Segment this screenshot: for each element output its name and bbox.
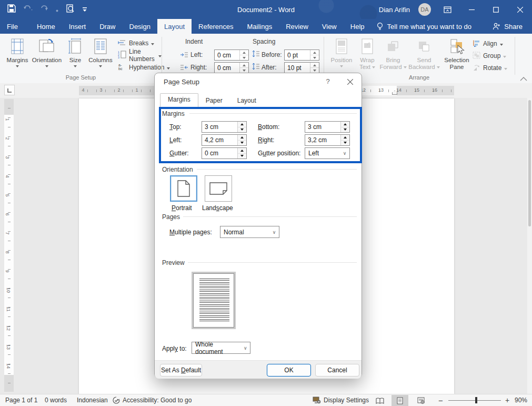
left-margin-label: Left: (169, 136, 182, 144)
align-icon (473, 39, 480, 48)
dialog-tab-margins[interactable]: Margins (160, 93, 198, 107)
tab-mailings[interactable]: Mailings (240, 19, 279, 34)
ribbon-display-options-icon[interactable] (439, 2, 455, 17)
zoom-in-button[interactable]: + (505, 394, 509, 406)
minimize-button[interactable] (464, 2, 479, 17)
wrap-text-button[interactable]: Wrap Text (356, 37, 378, 71)
cancel-button[interactable]: Cancel (315, 364, 359, 377)
page-setup-group: Margins Orientation Size Columns (0, 34, 162, 83)
gutter-position-dropdown[interactable]: Left ∨ (305, 147, 350, 159)
web-layout-button[interactable] (413, 395, 429, 406)
landscape-option[interactable] (205, 175, 232, 202)
ok-button[interactable]: OK (267, 364, 311, 377)
spinner[interactable] (237, 122, 246, 132)
spacing-before-input[interactable] (284, 49, 319, 61)
svg-text:3: 3 (118, 56, 119, 58)
spinner[interactable] (239, 50, 248, 60)
bring-forward-label-1: Bring (386, 57, 400, 64)
bring-forward-button[interactable]: Bring Forward (379, 37, 407, 71)
maximize-button[interactable] (488, 2, 504, 17)
spacing-after-input[interactable] (284, 62, 319, 73)
word-count[interactable]: 0 words (45, 394, 67, 406)
dialog-tab-layout[interactable]: Layout (230, 95, 264, 107)
redo-icon[interactable] (40, 5, 48, 14)
left-margin-input[interactable] (202, 134, 247, 146)
print-preview-icon[interactable] (66, 4, 75, 15)
dialog-help-button[interactable]: ? (323, 77, 333, 87)
portrait-option[interactable] (170, 175, 197, 202)
apply-to-label: Apply to: (162, 345, 187, 352)
breaks-button[interactable]: Breaks (118, 38, 154, 48)
send-backward-button[interactable]: Send Backward (408, 37, 440, 71)
tab-home[interactable]: Home (30, 19, 62, 34)
display-settings-icon (313, 397, 321, 404)
tab-references[interactable]: References (192, 19, 240, 34)
avatar[interactable]: DA (418, 3, 431, 16)
display-settings-button[interactable]: Display Settings (313, 394, 369, 406)
page-setup-group-label: Page Setup (0, 74, 162, 81)
spinner[interactable] (310, 50, 319, 60)
gutter-input[interactable] (202, 147, 247, 159)
size-button[interactable]: Size (65, 37, 85, 67)
vertical-scrollbar-thumb[interactable] (528, 100, 531, 226)
group-button[interactable]: Group (473, 51, 506, 61)
indent-left-input[interactable] (214, 49, 249, 61)
apply-to-dropdown[interactable]: Whole document ∨ (192, 342, 250, 354)
read-mode-button[interactable] (372, 395, 388, 406)
orientation-button[interactable]: Orientation (32, 37, 62, 67)
dialog-close-button[interactable] (343, 75, 357, 88)
spinner[interactable] (237, 135, 246, 145)
tab-draw[interactable]: Draw (93, 19, 122, 34)
language-indicator[interactable]: Indonesian (77, 394, 108, 406)
undo-icon[interactable] (23, 5, 33, 14)
indent-label: Indent (185, 38, 203, 45)
tab-design[interactable]: Design (123, 19, 157, 34)
spinner[interactable] (340, 135, 349, 145)
rotate-button[interactable]: Rotate (473, 63, 507, 73)
zoom-level[interactable]: 90% (515, 394, 527, 406)
collapse-ribbon-icon[interactable] (520, 74, 527, 83)
print-layout-button[interactable] (392, 395, 408, 406)
tab-layout[interactable]: Layout (157, 19, 192, 34)
top-margin-input[interactable] (202, 121, 247, 133)
tab-help[interactable]: Help (344, 19, 372, 34)
spinner[interactable] (340, 122, 349, 132)
margins-button[interactable]: Margins (5, 37, 29, 67)
align-button[interactable]: Align (473, 38, 503, 49)
user-name[interactable]: Dian Arifin (379, 6, 410, 14)
chevron-down-icon: ∨ (269, 230, 279, 235)
line-numbers-button[interactable]: 123 Line Numbers (118, 50, 162, 61)
page-count[interactable]: Page 1 of 1 (5, 394, 37, 406)
position-button[interactable]: Position (329, 37, 354, 67)
v-ruler[interactable]: 1234567891011121314 (4, 99, 14, 392)
accessibility-status[interactable]: Accessibility: Good to go (113, 394, 192, 406)
selection-pane-button[interactable]: Selection Pane (444, 37, 470, 71)
tab-review[interactable]: Review (279, 19, 315, 34)
dialog-tab-paper[interactable]: Paper (198, 95, 230, 107)
tab-file[interactable]: File (0, 19, 25, 34)
set-as-default-button[interactable]: Set As Default (160, 364, 202, 377)
tab-stop-selector[interactable] (4, 85, 15, 95)
rotate-icon (473, 64, 480, 73)
save-icon[interactable] (7, 4, 16, 15)
right-margin-input[interactable] (305, 134, 350, 146)
spinner[interactable] (237, 148, 246, 159)
h-ruler-right[interactable]: 1213141516 (362, 86, 454, 95)
bottom-margin-input[interactable] (305, 121, 350, 133)
zoom-out-button[interactable]: − (438, 394, 443, 406)
customize-qat-icon[interactable] (82, 5, 87, 14)
tell-me-box[interactable]: Tell me what you want to do (372, 19, 477, 34)
tab-insert[interactable]: Insert (62, 19, 93, 34)
multiple-pages-dropdown[interactable]: Normal ∨ (220, 226, 279, 238)
preview-page (193, 273, 234, 328)
zoom-slider-thumb[interactable] (475, 397, 477, 403)
spinner[interactable] (239, 63, 248, 73)
h-ruler-left[interactable]: 4321 (79, 86, 154, 95)
close-button[interactable] (512, 2, 528, 17)
columns-button[interactable]: Columns (87, 37, 114, 67)
indent-right-input[interactable] (214, 62, 249, 73)
share-button[interactable]: Share (483, 19, 532, 34)
tab-view[interactable]: View (315, 19, 344, 34)
zoom-slider-track[interactable] (448, 400, 501, 401)
spinner[interactable] (310, 63, 319, 73)
